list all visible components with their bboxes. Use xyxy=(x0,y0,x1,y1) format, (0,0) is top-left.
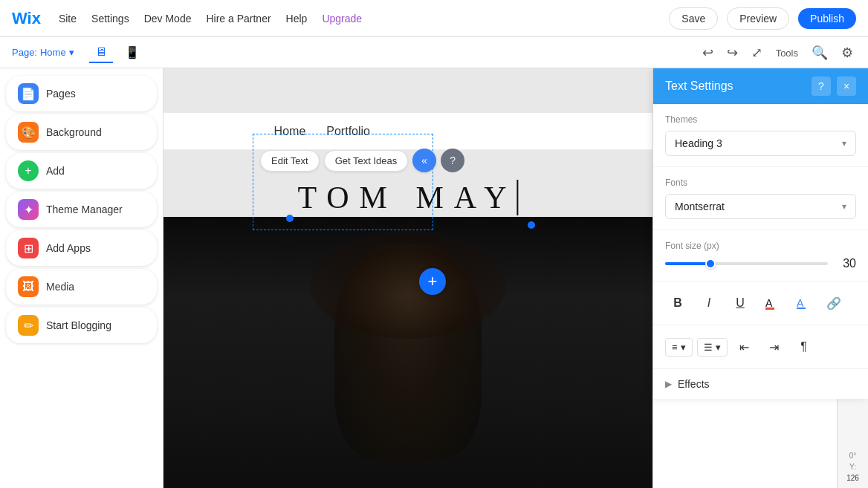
sidebar-item-theme-manager[interactable]: ✦ Theme Manager xyxy=(6,192,157,227)
align-row: ≡ ▾ ☰ ▾ ⇤ ⇥ ¶ xyxy=(653,325,868,369)
panel-help-button[interactable]: ? xyxy=(812,77,831,96)
preview-button[interactable]: Preview xyxy=(727,7,789,30)
effects-row[interactable]: ▶ Effects xyxy=(653,369,868,399)
drag-handle-bottom[interactable] xyxy=(528,221,535,229)
align-dropdown[interactable]: ≡ ▾ xyxy=(665,338,693,357)
blog-icon: ✏ xyxy=(18,315,39,336)
get-text-ideas-button[interactable]: Get Text Ideas xyxy=(324,150,409,172)
svg-text:A: A xyxy=(765,297,773,309)
desktop-device-btn[interactable]: 🖥 xyxy=(89,42,113,63)
publish-button[interactable]: Publish xyxy=(798,8,856,29)
sidebar-item-add[interactable]: + Add xyxy=(6,153,157,189)
indent-increase-button[interactable]: ⇥ xyxy=(762,334,787,360)
wix-logo: Wix xyxy=(12,9,41,28)
effects-label: Effects xyxy=(678,378,710,390)
italic-button[interactable]: I xyxy=(696,290,722,316)
font-size-row: 30 xyxy=(665,257,856,270)
nav-settings[interactable]: Settings xyxy=(91,13,129,25)
undo-button[interactable]: ↩ xyxy=(699,42,716,64)
search-button[interactable]: 🔍 xyxy=(809,42,831,64)
nav-site[interactable]: Site xyxy=(59,13,77,25)
tools-button[interactable]: Tools xyxy=(773,42,801,63)
background-figure xyxy=(163,217,652,488)
edit-text-button[interactable]: Edit Text xyxy=(260,150,320,172)
text-toolbar: Edit Text Get Text Ideas « ? xyxy=(260,149,464,172)
mobile-device-btn[interactable]: 📱 xyxy=(119,42,146,63)
list-icon: ☰ xyxy=(704,342,713,353)
nav-right: Save Preview Publish xyxy=(669,7,856,30)
sidebar-label-background: Background xyxy=(46,126,102,138)
canvas-nav-home[interactable]: Home xyxy=(274,125,306,138)
indent-decrease-button[interactable]: ⇤ xyxy=(732,334,757,360)
text-color-button[interactable]: A xyxy=(759,290,784,316)
heading-value: Heading 3 xyxy=(675,137,722,149)
settings-button[interactable]: ⚙ xyxy=(838,42,856,64)
main-area: 📄 Pages 🎨 Background + Add ✦ Theme Manag… xyxy=(0,68,868,488)
sidebar-item-background[interactable]: 🎨 Background xyxy=(6,114,157,150)
y-value: 126 xyxy=(846,474,859,482)
canvas-area: Home Portfolio Edit Text Get Text Ideas … xyxy=(163,68,652,488)
sidebar-label-blog: Start Blogging xyxy=(46,319,111,331)
tools-label: Tools xyxy=(776,48,798,59)
font-size-slider[interactable] xyxy=(665,262,828,265)
font-size-label: Font size (px) xyxy=(665,241,856,251)
site-name: TOM MAY xyxy=(297,180,518,215)
font-size-section: Font size (px) 30 xyxy=(653,230,868,282)
nav-help[interactable]: Help xyxy=(286,13,308,25)
drag-handle-top[interactable] xyxy=(286,215,294,222)
top-nav: Wix Site Settings Dev Mode Hire a Partne… xyxy=(0,0,868,37)
zoom-button[interactable]: ⤢ xyxy=(748,42,765,64)
paragraph-button[interactable]: ¶ xyxy=(791,334,817,360)
save-button[interactable]: Save xyxy=(669,7,718,30)
canvas-nav-portfolio[interactable]: Portfolio xyxy=(326,125,370,138)
nav-upgrade[interactable]: Upgrade xyxy=(322,13,362,25)
nav-devmode[interactable]: Dev Mode xyxy=(144,13,192,25)
fonts-section: Fonts Montserrat ▾ xyxy=(653,167,868,230)
align-arrow: ▾ xyxy=(681,342,686,353)
redo-button[interactable]: ↪ xyxy=(724,42,741,64)
heading-dropdown-arrow: ▾ xyxy=(842,138,846,149)
left-sidebar: 📄 Pages 🎨 Background + Add ✦ Theme Manag… xyxy=(0,68,163,488)
page-dropdown-arrow: ▾ xyxy=(69,47,74,58)
text-settings-panel: Text Settings ? × Themes Heading 3 ▾ Fon… xyxy=(653,68,868,399)
canvas-nav: Home Portfolio xyxy=(163,113,652,150)
angle-label: 0° xyxy=(849,452,857,460)
device-buttons: 🖥 📱 xyxy=(89,42,146,63)
sidebar-label-apps: Add Apps xyxy=(46,242,91,254)
pages-icon: 📄 xyxy=(18,83,39,104)
panel-title: Text Settings xyxy=(665,79,733,93)
panel-header-buttons: ? × xyxy=(812,77,856,96)
sidebar-item-media[interactable]: 🖼 Media xyxy=(6,269,157,305)
underline-button[interactable]: U xyxy=(728,290,753,316)
slider-fill xyxy=(665,262,710,265)
font-dropdown-arrow: ▾ xyxy=(842,201,846,212)
list-dropdown[interactable]: ☰ ▾ xyxy=(697,338,728,357)
help-icon-button[interactable]: ? xyxy=(441,149,464,172)
text-style-button[interactable]: A xyxy=(790,290,815,316)
sidebar-item-add-apps[interactable]: ⊞ Add Apps xyxy=(6,230,157,266)
back-icon-button[interactable]: « xyxy=(412,149,436,172)
page-label: Page: xyxy=(12,47,37,58)
sidebar-item-pages[interactable]: 📄 Pages xyxy=(6,76,157,111)
effects-arrow: ▶ xyxy=(665,379,672,389)
sidebar-label-theme: Theme Manager xyxy=(46,204,123,215)
nav-hire[interactable]: Hire a Partner xyxy=(206,13,271,25)
canvas-background xyxy=(163,217,652,488)
second-bar: Page: Home ▾ 🖥 📱 ↩ ↪ ⤢ Tools 🔍 ⚙ xyxy=(0,37,868,68)
font-size-value: 30 xyxy=(835,257,856,270)
bar-right: ↩ ↪ ⤢ Tools 🔍 ⚙ xyxy=(699,42,856,64)
font-dropdown[interactable]: Montserrat ▾ xyxy=(665,194,856,219)
align-icon: ≡ xyxy=(672,342,678,353)
sidebar-item-blog[interactable]: ✏ Start Blogging xyxy=(6,308,157,343)
page-selector[interactable]: Page: Home ▾ xyxy=(12,47,74,58)
heading-dropdown[interactable]: Heading 3 ▾ xyxy=(665,131,856,156)
slider-thumb[interactable] xyxy=(705,258,716,269)
list-arrow: ▾ xyxy=(716,342,721,353)
themes-label: Themes xyxy=(665,114,856,125)
apps-icon: ⊞ xyxy=(18,238,39,258)
bold-button[interactable]: B xyxy=(665,290,690,316)
add-section-button[interactable]: + xyxy=(419,268,446,295)
link-button[interactable]: 🔗 xyxy=(821,290,846,316)
svg-rect-1 xyxy=(765,308,774,310)
panel-close-button[interactable]: × xyxy=(837,77,856,96)
